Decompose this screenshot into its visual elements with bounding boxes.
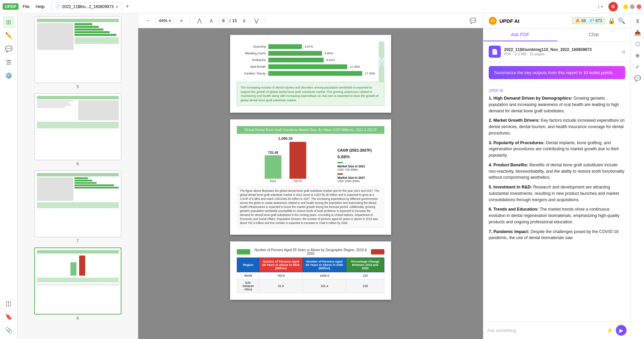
thumbnail-7[interactable]: 7 [20,170,135,243]
sidebar-icon-attach[interactable]: 📎 [3,324,15,336]
pdf-content-wrapper: − 44% ▾ + ⋀ ∧ / 15 ∨ ⋁ 💬 [138,13,483,339]
tab-label: 2022_11$thu...2_160809973 [62,4,114,9]
comment-btn[interactable]: 💬 [468,16,478,25]
total-pages: 15 [232,18,237,23]
ai-input-field[interactable] [487,328,604,333]
data-table: Region Number of Persons Aged 65 Years o… [237,258,384,293]
ai-doc-icon: 📄 [489,46,501,58]
thumb-num-6: 6 [76,162,79,166]
ms2021-label: Market Size in 2021 [337,165,384,168]
toolbar-right: 💬 [468,16,478,25]
table-row-africa: Sub-Saharan Africa 31.9 101.4 218 [237,279,384,293]
bar-label-scanning: Scanning [237,45,267,48]
right-icon-compress[interactable]: ⬡ [633,39,643,49]
ai-bullet-3: 3. Popularity of Procedures: Dental impl… [489,140,625,159]
menu-file[interactable]: File [20,3,32,10]
green-info-box: The increasing number of dental injuries… [237,82,384,106]
pdf-page-table: Number of Persons Aged 65 Years or Above… [230,241,391,300]
nav-last-btn[interactable]: ⋁ [252,16,261,25]
bar-row-bleeding: Bleeding Gums 5.84% [237,51,375,56]
table-red-tag [371,249,384,255]
thumb-num-5: 5 [76,84,79,89]
thumbnail-5[interactable]: 5 [20,16,135,89]
ai-doc-copy-icon[interactable]: ⧉ [622,49,625,55]
right-edge-panel: Ⅱ 📤 ⬡ ⊕ ✓ 💬 [631,13,644,339]
window-controls: 1 ▾ B [598,2,641,11]
ai-bullet-5: 5. Investment in R&D: Research and devel… [489,184,625,203]
thumbnail-panel: 5 6 [17,13,138,339]
zoom-in-btn[interactable]: + [177,16,186,25]
ai-doc-info: 📄 2022_11$thumbimg110_Nov_2022_160809973… [483,42,631,62]
pdf-page-market: Global Dental Bone Graft Substitute Mark… [230,119,391,235]
ai-header-right: 🔥 88 💎 873 🔒 🔍 [572,17,625,24]
page-sep: / [229,18,231,23]
right-icon-check[interactable]: ✓ [633,62,643,72]
zoom-display: 44% ▾ [156,17,174,24]
sidebar-icon-tools[interactable]: ⚙️ [3,70,15,82]
tab-area: 📄 2022_11$thu...2_160809973 × + [51,2,596,11]
new-tab-btn[interactable]: + [123,3,131,11]
bar-label-cavities: Cavities / Decay [237,72,267,75]
bar-label-badbreath: Bad Breath [237,65,267,68]
right-icon-chat-bubble[interactable]: 💬 [633,73,643,83]
col-2019: Number of Persons Aged 65 Years or Above… [259,258,303,272]
market-chart-title: Global Dental Bone Graft Substitute Mark… [237,126,384,134]
sidebar-icon-thumbnail[interactable]: ⊞ [3,16,15,28]
page-input[interactable] [219,17,228,24]
ai-response-area: UPDF AI 1. High Demand Driven by Demogra… [483,83,631,321]
bar-row-scanning: Scanning 3.67% [237,44,375,49]
ms2021-val: USD 735.48Mn [337,168,384,171]
ai-tabs: Ask PDF Chat [483,29,631,42]
legend-red-bar [337,173,343,175]
zoom-dropdown-btn[interactable]: ▾ [169,18,171,23]
right-icon-ocr[interactable]: Ⅱ [633,16,643,26]
bar-row-cavities: Cavities / Decay 17.33% [237,71,375,76]
sidebar-icon-layers[interactable]: ◫ [3,297,15,309]
page-count-indicator: 1 ▾ [598,4,603,9]
active-tab[interactable]: 📄 2022_11$thu...2_160809973 × [51,2,122,11]
ai-doc-name: 2022_11$thumbimg110_Nov_2022_160809973 [504,47,592,52]
bar-fill-scanning [268,44,302,49]
tab-ask-pdf[interactable]: Ask PDF [483,29,557,41]
right-icon-translate[interactable]: ⊕ [633,50,643,60]
close-btn[interactable] [637,4,641,9]
ai-input-area: ⚡ ▶ [483,321,631,339]
pdf-page-top: Scanning 3.67% Bleeding Gums 5.84% Tooth… [230,35,391,113]
sidebar-icon-organize[interactable]: ☰ [3,56,15,68]
table-green-tag [237,249,250,255]
thumbnail-8[interactable]: 8 [20,247,135,321]
ai-bolt-icon[interactable]: ⚡ [606,327,613,334]
thumb-num-8: 8 [76,316,79,321]
tab-close-btn[interactable]: × [116,4,118,9]
tab-chat[interactable]: Chat [557,29,631,41]
thumb-num-7: 7 [76,239,79,243]
menu-bar: File Help [20,3,47,10]
zoom-out-btn[interactable]: − [144,16,153,25]
nav-next-btn[interactable]: ∨ [239,16,249,25]
ai-lock-icon[interactable]: 🔒 [608,17,615,24]
market-bar2-year: 2027F [293,179,302,183]
sidebar-icon-edit[interactable]: ✏️ [3,30,15,42]
toolbar-sep-2 [265,17,265,24]
legend-green-bar [337,162,343,163]
ai-suggest-btn[interactable]: Summarize the key outputs from this repo… [489,66,625,79]
thumbnail-6[interactable]: 6 [20,93,135,166]
ai-search-icon[interactable]: 🔍 [618,17,625,24]
bar-fill-toothache [268,58,324,62]
minimize-btn[interactable] [623,4,628,9]
sidebar-icon-bookmark[interactable]: 🔖 [3,311,15,323]
nav-first-btn[interactable]: ⋀ [195,16,204,25]
page-nav: / 15 [219,17,237,24]
table-title: Number of Persons Aged 65 Years or Above… [250,248,371,256]
right-icon-extract[interactable]: 📤 [633,27,643,38]
market-bar2-rect [289,142,306,179]
bar-row-badbreath: Bad Breath 11.48% [237,64,375,69]
menu-help[interactable]: Help [33,3,47,10]
ai-send-btn[interactable]: ▶ [616,325,627,336]
bar-fill-cavities [268,71,362,76]
nav-prev-btn[interactable]: ∧ [207,16,216,25]
col-pct: Percentage Change Between 2019 and 2050 [346,258,384,272]
sidebar-icon-comment[interactable]: 💬 [3,43,15,55]
maximize-btn[interactable] [630,4,635,9]
zoom-value: 44% [159,18,167,23]
